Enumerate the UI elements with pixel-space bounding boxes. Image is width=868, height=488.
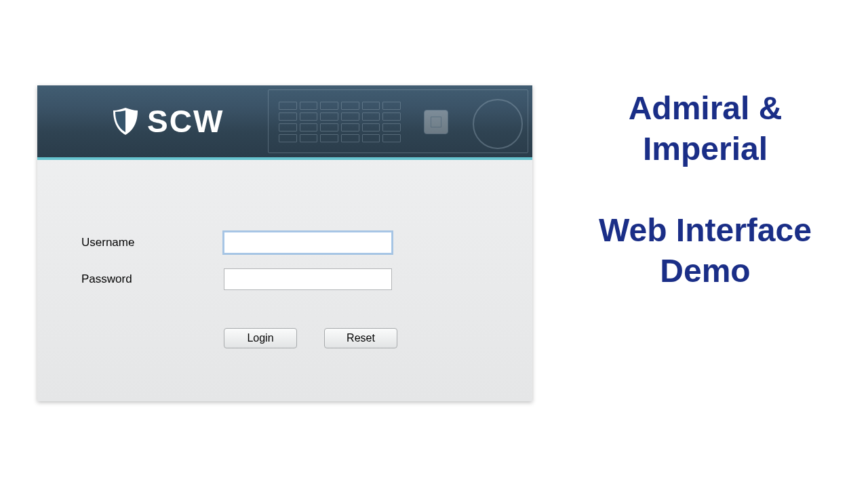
brand-logo: SCW	[112, 106, 224, 137]
reset-button[interactable]: Reset	[324, 328, 397, 348]
title-line-3: Web Interface	[570, 210, 841, 251]
device-graphic	[268, 85, 532, 157]
login-panel: SCW Username Password Login Reset	[37, 85, 532, 401]
login-button[interactable]: Login	[224, 328, 297, 348]
button-row: Login Reset	[224, 328, 397, 348]
username-row: Username	[81, 232, 392, 253]
password-row: Password	[81, 268, 392, 290]
title-line-2: Imperial	[570, 129, 841, 169]
password-label: Password	[81, 272, 224, 286]
login-header: SCW	[37, 85, 532, 160]
username-label: Username	[81, 236, 224, 249]
login-form: Username Password Login Reset	[37, 160, 532, 401]
shield-icon	[112, 106, 139, 136]
title-line-1: Admiral &	[570, 88, 841, 129]
title-line-4: Demo	[570, 251, 841, 291]
side-title: Admiral & Imperial Web Interface Demo	[570, 88, 841, 291]
brand-name: SCW	[147, 106, 224, 137]
password-input[interactable]	[224, 268, 392, 290]
username-input[interactable]	[224, 232, 392, 253]
